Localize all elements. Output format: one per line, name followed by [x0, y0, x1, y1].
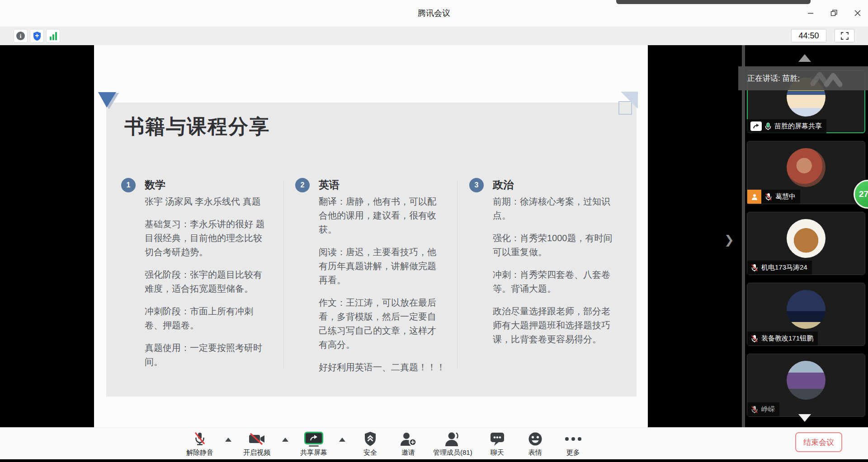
share-options-caret[interactable] [339, 438, 345, 442]
camera-off-icon [248, 432, 266, 446]
slide-title: 书籍与课程分享 [124, 113, 270, 140]
video-options-caret[interactable] [282, 438, 288, 442]
unmute-button[interactable]: 解除静音 [186, 430, 213, 457]
participant-name: 装备教改171钮鹏 [761, 334, 813, 343]
network-status-button[interactable] [46, 29, 60, 43]
screen-share-icon [750, 121, 762, 131]
close-button[interactable] [851, 6, 864, 20]
mic-muted-icon [192, 431, 208, 447]
mic-muted-icon [765, 193, 772, 201]
tile-label-row: 苗胜的屏幕共享 [747, 119, 826, 133]
scroll-up-arrow[interactable] [798, 54, 811, 62]
sidebar-collapse-chevron[interactable]: ❯ [724, 233, 734, 247]
mic-options-caret[interactable] [225, 438, 231, 442]
button-label: 管理成员(81) [433, 448, 472, 457]
fullscreen-icon [841, 32, 849, 40]
column-heading: 数学 [145, 178, 268, 192]
slide-column-english: 2 英语 翻译：唐静，他有书，可以配合他的课用，建议看，很有收获。 阅读：唐迟，… [295, 177, 469, 383]
chat-button[interactable]: 聊天 [484, 430, 510, 457]
participant-name: 峥嵘 [761, 405, 775, 414]
hand-raised-icon [747, 190, 761, 204]
mic-muted-icon [751, 264, 758, 272]
close-icon [854, 9, 861, 17]
meeting-content: 书籍与课程分享 1 数学 张宇 汤家凤 李永乐线代 真题 基础复习：李永乐讲的很… [0, 45, 868, 427]
window-controls [804, 6, 864, 20]
paragraph: 强化：肖秀荣1000题，有时间可以重复做。 [493, 231, 616, 259]
button-label: 表情 [528, 448, 542, 457]
restore-icon [830, 9, 838, 17]
restore-button[interactable] [827, 6, 841, 20]
column-number-badge: 1 [121, 178, 136, 192]
column-number-badge: 3 [469, 178, 484, 192]
button-label: 解除静音 [186, 448, 213, 457]
shield-plus-icon [33, 31, 42, 41]
end-meeting-button[interactable]: 结束会议 [795, 432, 842, 452]
scroll-down-arrow[interactable] [798, 414, 811, 422]
mic-muted-icon [751, 406, 758, 414]
monitor-stand [309, 445, 319, 447]
invite-person-icon [400, 431, 417, 447]
tile-label-row: 峥嵘 [747, 402, 779, 416]
mic-active-icon [765, 122, 771, 131]
tile-label-row: 葛慧中 [747, 190, 800, 204]
participant-tile[interactable]: 葛慧中 [747, 141, 865, 204]
participant-tile[interactable]: 峥嵘 [747, 354, 865, 417]
avatar [787, 361, 826, 400]
emoji-button[interactable]: 表情 [522, 430, 548, 457]
paragraph: 强化阶段：张宇的题目比较有难度，适合拓宽题型储备。 [145, 268, 268, 296]
paragraph: 冲刺阶段：市面上所有冲刺卷、押题卷。 [145, 304, 268, 332]
active-speaker-label: 正在讲话: 苗胜; [747, 73, 800, 84]
button-label: 安全 [363, 448, 377, 457]
button-label: 邀请 [401, 448, 415, 457]
column-body: 张宇 汤家凤 李永乐线代 真题 基础复习：李永乐讲的很好 题目很经典，目前他的理… [145, 195, 268, 378]
fullscreen-button[interactable] [835, 29, 854, 42]
start-video-button[interactable]: 开启视频 [243, 430, 270, 457]
participant-tile[interactable]: 机电173马涛24 [747, 212, 865, 275]
invite-button[interactable]: 邀请 [395, 430, 421, 457]
window-titlebar: 腾讯会议 [0, 0, 868, 27]
window-title: 腾讯会议 [0, 8, 868, 19]
slide-column-politics: 3 政治 前期：徐涛核心考案，过知识点。 强化：肖秀荣1000题，有时间可以重复… [469, 177, 630, 383]
info-icon: i [16, 32, 25, 40]
button-label: 共享屏幕 [300, 448, 327, 457]
avatar [787, 148, 826, 187]
manage-members-button[interactable]: 管理成员(81) [433, 430, 472, 457]
column-heading: 政治 [493, 178, 616, 192]
security-button[interactable]: 安全 [357, 430, 383, 457]
collapsed-top-drawer[interactable] [616, 0, 811, 4]
participant-tile[interactable]: 装备教改171钮鹏 [747, 283, 865, 346]
paragraph: 真题使用：一定要按照考研时间。 [145, 341, 268, 369]
button-label: 聊天 [491, 448, 504, 457]
slide-corner-triangle-left [98, 92, 120, 110]
meeting-info-toolbar: i 44:50 [0, 27, 868, 45]
members-icon [444, 431, 461, 447]
security-status-button[interactable] [30, 29, 44, 43]
mic-muted-icon [751, 335, 758, 343]
column-heading: 英语 [319, 178, 442, 192]
minimize-icon [807, 9, 814, 17]
paragraph: 阅读：唐迟，主要看技巧，他有历年真题讲解，讲解做完题再看。 [319, 245, 442, 287]
participant-list-scrollbar[interactable] [742, 45, 745, 427]
paragraph: 张宇 汤家凤 李永乐线代 真题 [145, 195, 268, 209]
meeting-info-button[interactable]: i [14, 29, 28, 43]
share-screen-button[interactable]: 共享屏幕 [300, 430, 327, 457]
shield-icon [363, 431, 377, 447]
column-number-badge: 2 [295, 178, 310, 192]
chat-bubble-icon [489, 432, 505, 446]
presentation-slide: 书籍与课程分享 1 数学 张宇 汤家凤 李永乐线代 真题 基础复习：李永乐讲的很… [106, 103, 637, 397]
more-button[interactable]: 更多 [560, 430, 586, 457]
signal-bars-icon [50, 32, 57, 40]
toolbar-buttons: 解除静音 开启视频 共享屏幕 [186, 430, 586, 457]
avatar [787, 219, 826, 258]
paragraph: 作文：王江涛，可以放在最后看，多背模版，然后一定要自己练习写自己的文章，这样才有… [319, 296, 442, 352]
meeting-timer: 44:50 [791, 29, 826, 42]
button-label: 开启视频 [243, 448, 270, 457]
minimize-button[interactable] [804, 6, 817, 20]
tile-label-row: 机电173马涛24 [747, 261, 812, 275]
share-screen-icon [304, 432, 323, 444]
slide-column-math: 1 数学 张宇 汤家凤 李永乐线代 真题 基础复习：李永乐讲的很好 题目很经典，… [121, 177, 295, 383]
avatar [787, 290, 826, 329]
slide-columns: 1 数学 张宇 汤家凤 李永乐线代 真题 基础复习：李永乐讲的很好 题目很经典，… [121, 177, 630, 383]
active-speaker-banner: 正在讲话: 苗胜; [738, 66, 868, 90]
paragraph: 基础复习：李永乐讲的很好 题目很经典，目前他的理念比较切合考研趋势。 [145, 217, 268, 259]
